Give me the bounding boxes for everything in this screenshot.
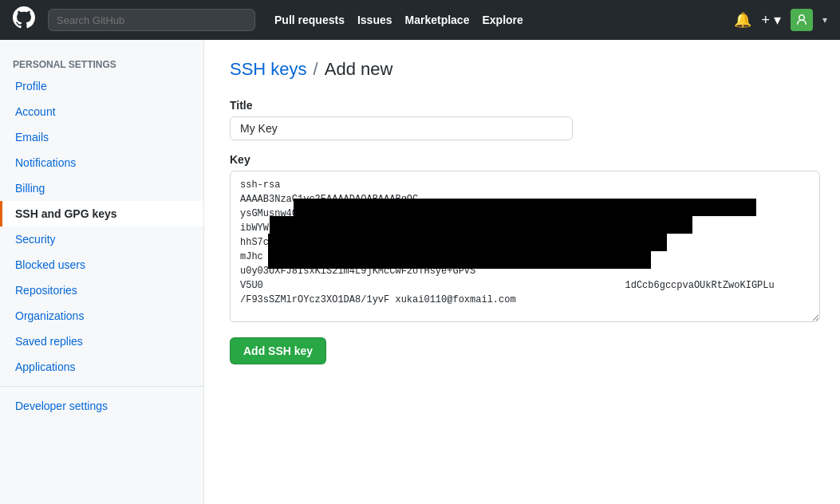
breadcrumb-link[interactable]: SSH keys [230, 59, 307, 80]
page-header: SSH keys / Add new [230, 59, 820, 80]
sidebar-item-billing[interactable]: Billing [0, 175, 203, 201]
topnav-right: 🔔 + ▾ ▾ [734, 9, 827, 31]
topnav: Pull requests Issues Marketplace Explore… [0, 0, 840, 40]
key-group: Key ssh-rsa AAAAB3NzaC1yc2EAAAADAQABAAAB… [230, 153, 820, 325]
sidebar-item-saved-replies[interactable]: Saved replies [0, 329, 203, 354]
sidebar-item-security[interactable]: Security [0, 226, 203, 252]
issues-link[interactable]: Issues [357, 14, 392, 26]
sidebar-item-notifications[interactable]: Notifications [0, 150, 203, 175]
key-label: Key [230, 153, 820, 166]
page-layout: Personal settings Profile Account Emails… [0, 40, 840, 504]
notification-button[interactable]: 🔔 [734, 11, 751, 29]
breadcrumb-current: Add new [325, 59, 393, 80]
sidebar-item-emails[interactable]: Emails [0, 124, 203, 150]
key-textarea-container: ssh-rsa AAAAB3NzaC1yc2EAAAADAQABAAABgQC … [230, 171, 820, 325]
sidebar-item-organizations[interactable]: Organizations [0, 303, 203, 329]
sidebar-item-developer-settings[interactable]: Developer settings [0, 393, 203, 419]
add-ssh-key-button[interactable]: Add SSH key [230, 337, 326, 364]
sidebar-item-blocked-users[interactable]: Blocked users [0, 252, 203, 278]
avatar[interactable] [791, 9, 813, 31]
new-item-button[interactable]: + ▾ [761, 11, 781, 29]
sidebar-item-repositories[interactable]: Repositories [0, 278, 203, 303]
sidebar: Personal settings Profile Account Emails… [0, 40, 204, 504]
search-input[interactable] [57, 14, 246, 26]
sidebar-item-applications[interactable]: Applications [0, 354, 203, 380]
title-label: Title [230, 99, 820, 112]
sidebar-item-ssh-gpg-keys[interactable]: SSH and GPG keys [0, 201, 203, 226]
pull-requests-link[interactable]: Pull requests [274, 14, 345, 26]
sidebar-item-account[interactable]: Account [0, 99, 203, 124]
key-textarea[interactable]: ssh-rsa AAAAB3NzaC1yc2EAAAADAQABAAABgQC … [230, 171, 820, 322]
search-box[interactable] [48, 9, 255, 31]
sidebar-section-title: Personal settings [0, 53, 203, 73]
explore-link[interactable]: Explore [482, 14, 523, 26]
sidebar-item-profile[interactable]: Profile [0, 73, 203, 99]
breadcrumb-separator: / [314, 59, 318, 80]
title-input[interactable] [230, 116, 573, 140]
sidebar-divider [0, 386, 203, 387]
title-group: Title [230, 99, 820, 140]
avatar-chevron[interactable]: ▾ [822, 14, 827, 26]
marketplace-link[interactable]: Marketplace [405, 14, 470, 26]
topnav-links: Pull requests Issues Marketplace Explore [274, 14, 523, 26]
main-content: SSH keys / Add new Title Key ssh-rsa AAA… [204, 40, 840, 504]
github-logo[interactable] [13, 6, 35, 33]
